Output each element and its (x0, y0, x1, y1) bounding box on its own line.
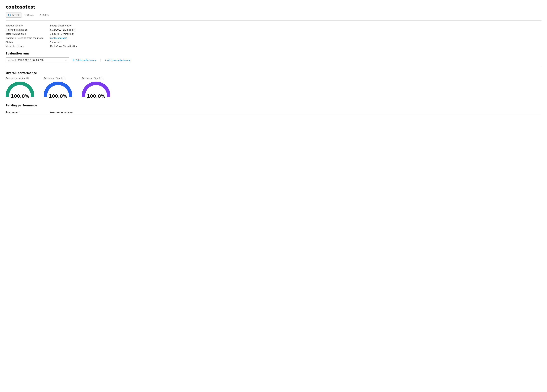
table-header: Tag name ↑Average precision (6, 110, 541, 115)
eval-runs-row: default (6/16/2022, 1:34:25 PM) ⌄ 🗑 Dele… (6, 57, 541, 67)
overall-performance-title: Overall performance (6, 71, 541, 75)
column-label: Average precision (50, 111, 73, 113)
info-label: Finished training on (6, 28, 50, 31)
gauge-item: Average precision i100.0% (6, 77, 34, 99)
sort-arrow[interactable]: ↑ (19, 111, 20, 113)
overall-performance-section: Overall performance Average precision i1… (6, 71, 541, 99)
cancel-label: Cancel (27, 14, 34, 16)
info-value: 1 hour(s) 8 minute(s) (50, 33, 541, 35)
info-label: Total training time (6, 33, 50, 35)
gauge-label: Average precision i (6, 77, 29, 79)
gauge-value: 100.0% (49, 94, 67, 99)
gauges-row: Average precision i100.0%Accuracy - Top … (6, 77, 541, 99)
per-tag-title: Per-Tag performance (6, 104, 541, 107)
cancel-icon: ✕ (25, 14, 26, 16)
delete-eval-label: Delete evaluation run (75, 59, 96, 61)
table-header-cell: Tag name ↑ (6, 111, 50, 113)
delete-button[interactable]: 🗑 Delete (37, 13, 51, 17)
gauge-label: Accuracy - Top 5 i (82, 77, 103, 79)
add-eval-label: Add new evaluation run (107, 59, 130, 61)
gauge-label-text: Accuracy - Top 5 (82, 77, 100, 79)
per-tag-section: Per-Tag performance Tag name ↑Average pr… (6, 104, 541, 115)
info-value: Multi-Class Classification (50, 45, 541, 47)
gauge-value: 100.0% (11, 94, 29, 99)
cancel-button[interactable]: ✕ Cancel (22, 13, 36, 17)
delete-eval-run-button[interactable]: 🗑 Delete evaluation run (72, 59, 96, 61)
info-label: Model task kinds (6, 45, 50, 47)
gauge-item: Accuracy - Top 1 i100.0% (44, 77, 72, 99)
add-eval-run-button[interactable]: + Add new evaluation run (105, 59, 130, 62)
toolbar: Refresh ✕ Cancel 🗑 Delete (6, 13, 541, 20)
eval-runs-dropdown-value: default (6/16/2022, 1:34:25 PM) (8, 59, 44, 61)
refresh-button[interactable]: Refresh (6, 13, 22, 18)
info-label: Status (6, 41, 50, 43)
info-value: 6/16/2022, 1:34:58 PM (50, 28, 541, 31)
refresh-icon (8, 14, 11, 16)
add-eval-icon: + (105, 59, 106, 62)
info-icon[interactable]: i (26, 77, 29, 79)
gauge-label: Accuracy - Top 1 i (44, 77, 65, 79)
info-value[interactable]: contosodataset (50, 37, 541, 39)
action-divider: | (100, 59, 101, 61)
column-label: Tag name (6, 111, 18, 113)
gauge-label-text: Average precision (6, 77, 26, 79)
chevron-down-icon: ⌄ (65, 59, 67, 61)
gauge-value: 100.0% (87, 94, 105, 99)
evaluation-runs-title: Evaluation runs (6, 52, 541, 55)
eval-actions: 🗑 Delete evaluation run | + Add new eval… (72, 59, 130, 62)
table-header-cell: Average precision (50, 111, 541, 113)
info-value: Image classification (50, 24, 541, 27)
info-value: Succeeded (50, 41, 541, 43)
delete-eval-icon: 🗑 (72, 59, 75, 61)
info-icon[interactable]: i (101, 77, 103, 79)
info-grid: Target scenarioImage classificationFinis… (6, 24, 541, 47)
gauge-item: Accuracy - Top 5 i100.0% (82, 77, 110, 99)
delete-icon: 🗑 (39, 14, 41, 16)
refresh-label: Refresh (12, 14, 19, 16)
info-label: Dataset(s) used to train the model (6, 37, 50, 39)
info-icon[interactable]: i (63, 77, 65, 79)
delete-label: Delete (42, 14, 49, 16)
page-title: contosotest (6, 4, 541, 10)
info-label: Target scenario (6, 24, 50, 27)
gauge-label-text: Accuracy - Top 1 (44, 77, 62, 79)
eval-runs-dropdown[interactable]: default (6/16/2022, 1:34:25 PM) ⌄ (6, 57, 69, 63)
